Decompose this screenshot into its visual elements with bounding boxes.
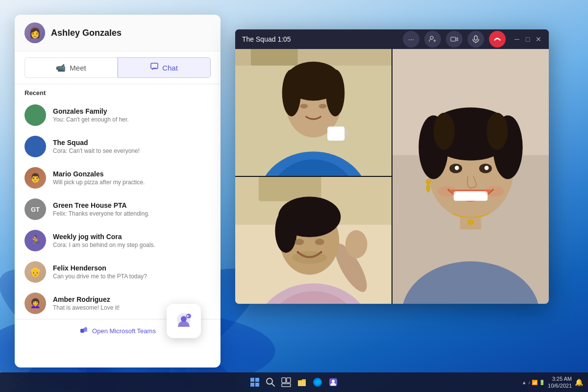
chat-name: Gonzales Family [53,107,211,115]
chat-name: Amber Rodriguez [53,295,211,303]
chat-panel-header: 👩 Ashley Gonzales [15,15,220,51]
notification-button[interactable]: 🔔 [575,378,583,386]
chat-avatar: 👴 [24,261,46,283]
file-explorer-button[interactable] [296,376,308,388]
person-2 [235,177,392,304]
svg-point-12 [430,36,433,39]
chat-avatar: 🏃 [24,230,46,251]
svg-point-26 [319,104,327,109]
edge-icon [313,377,322,387]
chat-info: The Squad Cora: Can't wait to see everyo… [53,139,211,154]
meet-icon: 📹 [56,63,66,73]
list-item[interactable]: GT Green Tree House PTA Felix: Thanks ev… [15,194,220,225]
chat-avatar [24,104,46,126]
svg-point-34 [345,230,368,258]
svg-point-76 [332,380,335,383]
chat-avatar: 👩‍🦱 [24,293,46,314]
chat-info: Felix Henderson Can you drive me to the … [53,264,211,280]
system-tray: ▲ ♪ 📶 🔋 [522,380,545,385]
avatar-image: 👩 [24,23,45,43]
svg-point-50 [487,113,508,150]
window-controls: ─ □ ✕ [514,36,542,43]
windows-logo [250,377,260,387]
chat-icon [150,63,158,73]
taskbar-right: ▲ ♪ 📶 🔋 3:25 AM 10/6/2021 🔔 [522,375,583,390]
svg-rect-66 [255,378,259,382]
add-participant-button[interactable] [424,31,441,48]
camera-button[interactable] [446,31,463,48]
call-titlebar: The Squad 1:05 ··· ─ □ ✕ [235,29,549,49]
taskbar: ▲ ♪ 📶 🔋 3:25 AM 10/6/2021 🔔 [0,372,588,392]
svg-point-69 [267,378,272,384]
list-item[interactable]: The Squad Cora: Can't wait to see everyo… [15,131,220,162]
svg-point-54 [485,166,489,170]
person-svg-1 [235,49,392,176]
search-icon [266,377,275,387]
user-avatar: 👩 [24,23,45,43]
svg-rect-14 [474,36,477,40]
svg-point-24 [326,70,344,117]
task-view-button[interactable] [280,376,292,388]
svg-rect-68 [255,383,259,387]
svg-rect-55 [454,191,488,201]
person-svg-main [392,49,549,304]
meet-tab[interactable]: 📹 Meet [24,57,118,78]
chat-preview: Will pick up pizza after my practice. [53,179,211,186]
edge-button[interactable] [312,376,323,388]
chat-avatar: 👨 [24,167,46,189]
call-grid [235,49,549,304]
svg-point-38 [294,239,304,245]
mute-button[interactable] [467,31,484,48]
svg-point-57 [426,184,431,192]
svg-line-70 [272,384,274,386]
list-item[interactable]: 👨 Mario Gonzales Will pick up pizza afte… [15,162,220,194]
svg-point-11 [85,327,87,330]
chat-preview: Cora: Can't wait to see everyone! [53,147,211,154]
list-item[interactable]: 🏃 Weekly jog with Cora Cora: I am so beh… [15,225,220,256]
folder-icon [297,377,307,387]
call-tile-main [392,49,549,304]
teams-taskbar-button[interactable] [327,376,339,388]
list-item[interactable]: 👴 Felix Henderson Can you drive me to th… [15,256,220,288]
minimize-button[interactable]: ─ [514,36,520,43]
close-button[interactable]: ✕ [535,36,542,43]
chat-preview: You: Can't get enough of her. [53,116,211,123]
call-title: The Squad 1:05 [242,35,291,43]
svg-point-39 [315,239,324,245]
chat-name: Green Tree House PTA [53,201,211,209]
svg-rect-73 [282,384,291,387]
list-item[interactable]: Gonzales Family You: Can't get enough of… [15,99,220,131]
maximize-button[interactable]: □ [524,36,531,43]
svg-point-40 [292,251,326,264]
taskbar-clock[interactable]: 3:25 AM 10/6/2021 [548,375,572,390]
svg-point-59 [485,186,504,197]
more-options-button[interactable]: ··· [403,31,419,48]
svg-rect-67 [250,383,254,387]
svg-rect-27 [327,126,344,141]
multi-avatar [35,147,36,147]
svg-point-58 [437,186,456,197]
svg-point-23 [282,70,301,117]
call-controls: ··· [403,31,506,48]
call-window: The Squad 1:05 ··· ─ □ ✕ [235,29,549,304]
recent-label: Recent [15,84,220,99]
end-call-button[interactable] [489,31,506,48]
chat-tab[interactable]: Chat [118,57,211,78]
taskbar-date-text: 10/6/2021 [548,382,572,389]
svg-point-49 [434,113,455,150]
person-1 [235,49,392,176]
chat-tab-label: Chat [162,64,178,72]
svg-point-60 [467,219,474,225]
svg-point-37 [275,209,297,253]
taskbar-time-text: 3:25 AM [548,375,572,382]
meet-tab-label: Meet [70,64,86,72]
task-view-icon [281,377,291,387]
svg-point-56 [425,179,431,184]
teams-icon [79,326,88,335]
chat-info: Mario Gonzales Will pick up pizza after … [53,170,211,186]
search-button[interactable] [265,376,276,388]
teams-taskbar-icon [328,377,338,387]
svg-rect-13 [451,37,456,41]
teams-float-icon[interactable] [167,304,201,338]
start-button[interactable] [249,376,261,388]
